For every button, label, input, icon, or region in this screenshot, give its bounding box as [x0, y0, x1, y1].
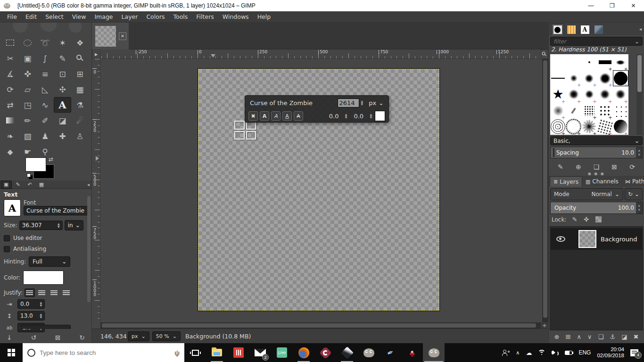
underline-button[interactable]: A [282, 111, 292, 121]
zoom-level-dropdown[interactable]: 50 % ⌄ [152, 331, 181, 341]
volume-icon[interactable] [552, 350, 559, 355]
minimize-button[interactable]: — [580, 0, 602, 11]
tool-options-scrollbar[interactable] [87, 196, 91, 302]
tool-foreground-select[interactable]: ▣ [19, 50, 36, 66]
justify-left-button[interactable] [25, 288, 35, 297]
close-image-icon[interactable]: ✕ [119, 33, 126, 40]
new-layer-group-button[interactable]: ⊞ [566, 333, 571, 340]
horizontal-scrollbar[interactable] [100, 322, 541, 329]
brush-item[interactable] [566, 119, 581, 135]
brush-item[interactable] [550, 86, 566, 102]
tool-paths[interactable]: ∫ [36, 50, 54, 66]
slider-handle[interactable] [553, 148, 554, 157]
menu-item[interactable]: Help [253, 11, 275, 23]
collapse-dock-icon[interactable]: ◂ [87, 182, 90, 187]
brush-item[interactable] [581, 119, 597, 135]
microphone-icon[interactable]: ψ [174, 349, 180, 357]
tool-color-picker[interactable]: ✎ [54, 50, 71, 66]
dock-tab-tool-options[interactable]: ▣ [0, 181, 12, 189]
spacing-spinner[interactable]: ∧∨ [636, 147, 642, 158]
brush-item[interactable] [566, 103, 581, 119]
tool-ink[interactable]: ❧ [1, 128, 19, 144]
brush-group-dropdown[interactable]: Basic, ⌄ [550, 136, 643, 145]
dock-tab-images[interactable]: ▦ [36, 181, 47, 189]
tab-channels[interactable]: ▥ Channels [582, 176, 622, 187]
tool-measure[interactable]: ∡ [1, 66, 19, 82]
text-size-spinner[interactable]: ▲▼ [361, 100, 363, 106]
brush-item[interactable] [566, 86, 581, 102]
canvas-viewport[interactable]: Curse of the Zombie 2614 ▲▼ px ⌄ ✖AAAA 0… [100, 59, 541, 322]
taskbar-app-firefox[interactable] [293, 343, 314, 362]
swap-colors-icon[interactable]: ⇄ [49, 156, 53, 163]
tab-fonts[interactable]: A [578, 24, 591, 35]
zoom-follow-window-button[interactable] [541, 49, 548, 59]
tool-mypaint-brush[interactable]: ▧ [19, 128, 36, 144]
text-font-name[interactable]: Curse of the Zombie [248, 99, 336, 107]
tool-shear[interactable]: ▱ [19, 82, 36, 97]
tool-blur-sharpen[interactable]: ⬥ [1, 144, 19, 159]
strikethrough-button[interactable]: A [294, 111, 303, 121]
opacity-spinner[interactable]: ∧∨ [636, 202, 642, 214]
tool-rotate[interactable]: ⟳ [1, 82, 19, 97]
text-box-handle[interactable] [234, 121, 256, 140]
tool-scissors-select[interactable]: ✂ [1, 50, 19, 66]
duplicate-brush-button[interactable]: ❏ [594, 163, 600, 171]
tool-zoom[interactable] [71, 50, 89, 66]
text-size-unit-dropdown[interactable]: px ⌄ [365, 99, 385, 107]
size-unit-dropdown[interactable]: in ⌄ [65, 220, 83, 230]
lower-layer-button[interactable]: ∨ [587, 333, 592, 340]
tool-bucket-fill[interactable]: ⚗ [71, 97, 89, 113]
new-brush-button[interactable]: ⊕ [576, 163, 581, 171]
brush-item[interactable] [613, 86, 628, 102]
people-icon[interactable] [502, 350, 510, 356]
taskbar-search[interactable]: ψ [23, 343, 184, 362]
brush-item[interactable] [613, 119, 628, 135]
brush-filter-input[interactable] [553, 38, 624, 45]
size-input[interactable]: 36.307 ▲▼ [19, 221, 63, 230]
justify-fill-button[interactable] [61, 288, 72, 297]
tool-pencil[interactable]: ✏ [19, 113, 36, 128]
wifi-icon[interactable] [538, 350, 545, 355]
brush-item[interactable] [581, 86, 597, 102]
taskbar-app-cubase[interactable] [314, 343, 336, 362]
size-spinner[interactable]: ▲▼ [58, 222, 60, 228]
kerning-input[interactable]: 0.0 [349, 113, 368, 120]
layer-mode-switch-button[interactable]: ↻ ⌄ [625, 188, 643, 200]
menu-item[interactable]: Filters [192, 11, 218, 23]
lock-pixels-icon[interactable]: ✎ [572, 216, 577, 223]
tool-3d-transform[interactable]: ▦ [71, 82, 89, 97]
taskbar-app-file-explorer[interactable] [206, 343, 228, 362]
tab-paths[interactable]: ⋈ Paths [622, 176, 644, 187]
tool-airbrush[interactable]: ☄ [71, 113, 89, 128]
tool-rectangle-select[interactable] [1, 35, 19, 50]
dock-tab-undo-history[interactable]: ↶ [24, 181, 35, 189]
tool-eraser[interactable]: ◪ [54, 113, 71, 128]
hinting-dropdown[interactable]: Full ⌄ [29, 256, 70, 267]
duplicate-layer-button[interactable]: ❏ [598, 333, 604, 340]
taskbar-app-ableton-live[interactable]: Live [271, 343, 293, 362]
tool-cage-transform[interactable]: ◳ [19, 97, 36, 113]
tool-flip[interactable]: ⇄ [1, 97, 19, 113]
tab-document-history[interactable] [592, 24, 605, 35]
font-name-input[interactable]: Curse of the Zombie [24, 206, 88, 215]
menu-item[interactable]: View [68, 11, 91, 23]
search-input[interactable] [40, 349, 170, 356]
horizontal-ruler[interactable]: -250025050075010001250 [100, 49, 541, 59]
vertical-ruler[interactable]: 02505007501000 [92, 59, 100, 322]
lock-position-icon[interactable]: ✜ [584, 216, 589, 223]
close-button[interactable]: ✕ [623, 0, 644, 11]
merge-layer-button[interactable]: ◪ [621, 333, 627, 340]
brush-item[interactable] [550, 103, 566, 119]
layer-row-background[interactable]: Background [551, 228, 642, 250]
tab-layers[interactable]: ≣ Layers [550, 176, 582, 187]
indent-input[interactable]: 0.0 ▲▼ [17, 299, 45, 309]
font-preview-button[interactable]: A [4, 199, 21, 216]
tool-align[interactable]: ≡ [36, 66, 54, 82]
tool-handle-transform[interactable]: ✣ [54, 82, 71, 97]
ruler-corner-button[interactable]: ▶ [92, 49, 100, 59]
tool-perspective-clone[interactable]: ♙ [71, 128, 89, 144]
brush-item[interactable] [613, 103, 628, 119]
menu-item[interactable]: Layer [117, 11, 142, 23]
text-size-input[interactable]: 2614 [338, 99, 359, 107]
brush-item[interactable] [613, 70, 628, 86]
